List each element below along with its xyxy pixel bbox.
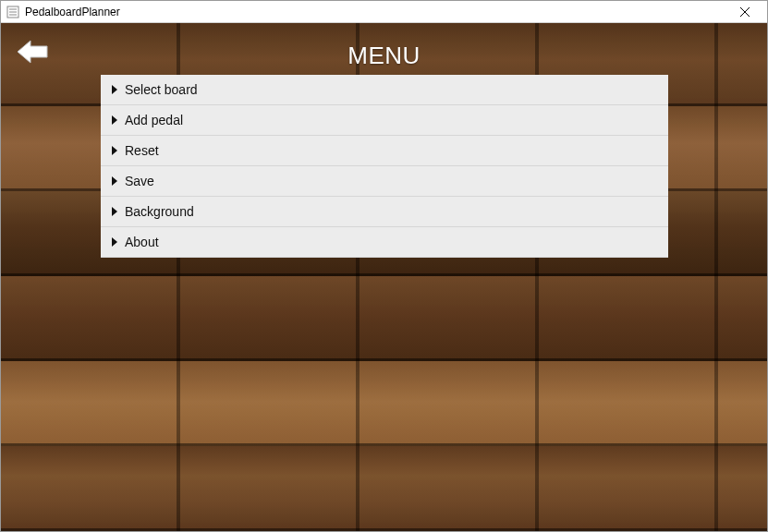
menu-item-label: Save xyxy=(125,174,154,188)
menu-item-reset[interactable]: Reset xyxy=(101,136,668,166)
menu-item-add-pedal[interactable]: Add pedal xyxy=(101,105,668,136)
menu-item-about[interactable]: About xyxy=(101,227,668,258)
menu-item-save[interactable]: Save xyxy=(101,166,668,197)
menu-item-select-board[interactable]: Select board xyxy=(101,75,668,105)
menu-item-label: Background xyxy=(125,204,194,219)
menu-item-label: Select board xyxy=(125,82,198,97)
app-icon xyxy=(6,6,19,18)
chevron-right-icon xyxy=(108,175,121,187)
menu-heading: MENU xyxy=(1,42,767,70)
menu-item-background[interactable]: Background xyxy=(101,197,668,227)
titlebar-left: PedalboardPlanner xyxy=(6,6,120,18)
menu-item-label: Reset xyxy=(125,143,159,158)
close-icon xyxy=(740,7,750,17)
menu-panel: Select board Add pedal Reset Save xyxy=(101,75,668,258)
window-close-button[interactable] xyxy=(726,2,763,22)
menu-item-label: Add pedal xyxy=(125,113,183,127)
titlebar: PedalboardPlanner xyxy=(1,1,767,23)
chevron-right-icon xyxy=(108,114,121,127)
chevron-right-icon xyxy=(108,83,121,96)
content-area: MENU Select board Add pedal Reset xyxy=(1,23,767,531)
chevron-right-icon xyxy=(108,236,121,248)
chevron-right-icon xyxy=(108,144,121,157)
chevron-right-icon xyxy=(108,205,121,218)
window-title: PedalboardPlanner xyxy=(25,6,120,18)
app-window: PedalboardPlanner MENU Select board xyxy=(0,0,768,532)
menu-item-label: About xyxy=(125,235,159,249)
